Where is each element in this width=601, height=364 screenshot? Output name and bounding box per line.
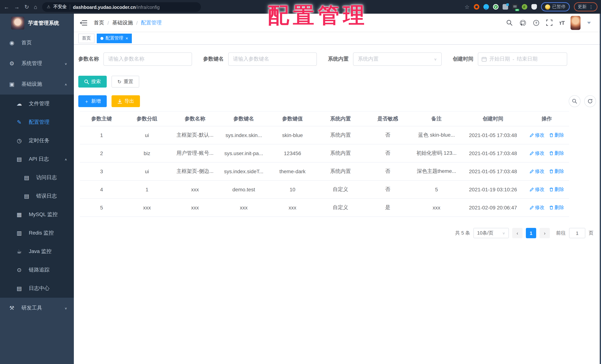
sidebar-item-config[interactable]: ✎配置管理 [0, 113, 74, 131]
edit-link[interactable]: 修改 [529, 150, 544, 157]
goto-page-input[interactable]: 1 [569, 228, 585, 238]
edit-link[interactable]: 修改 [529, 168, 544, 175]
sidebar-item-log-center[interactable]: ▤日志中心 [0, 279, 74, 298]
github-icon[interactable] [519, 19, 527, 26]
table-cell-name: xxx [170, 181, 219, 199]
table-cell-type: 自定义 [317, 199, 364, 217]
sidebar-item-label: 日志中心 [29, 285, 50, 292]
param-name-input[interactable]: 请输入参数名称 [103, 52, 192, 66]
back-icon[interactable]: ← [4, 4, 9, 10]
prev-page-button[interactable]: ‹ [512, 228, 522, 238]
fullscreen-icon[interactable] [546, 19, 553, 26]
forward-icon[interactable]: → [14, 4, 20, 10]
divider [70, 4, 70, 10]
breadcrumb-infra[interactable]: 基础设施 [112, 19, 133, 26]
avatar[interactable] [570, 16, 580, 30]
paused-extension-button[interactable]: 已暂停 [541, 2, 570, 11]
close-icon[interactable]: × [126, 36, 128, 40]
log-icon: ▤ [15, 285, 24, 292]
help-icon[interactable]: ? [532, 19, 540, 26]
date-range-input[interactable]: 开始日期 - 结束日期 [478, 52, 567, 66]
sidebar-item-job[interactable]: ◷定时任务 [0, 131, 74, 150]
breadcrumb-separator: / [108, 20, 109, 26]
hamburger-icon[interactable] [80, 20, 87, 26]
table-cell-actions: 修改删除 [524, 144, 569, 162]
tab-home[interactable]: 首页 [78, 33, 95, 43]
sidebar-item-file[interactable]: ☁文件管理 [0, 95, 74, 113]
extension-terminal-icon[interactable]: on [512, 4, 518, 10]
sidebar-item-dev-tools[interactable]: ⚒研发工具∨ [0, 298, 74, 318]
chevron-down-icon[interactable] [587, 22, 591, 24]
delete-link[interactable]: 删除 [549, 204, 564, 211]
table-cell-created: 2021-01-19 03:10:26 [461, 181, 524, 199]
calendar-icon [481, 57, 487, 62]
search-icon[interactable] [506, 19, 513, 26]
edit-link[interactable]: 修改 [529, 204, 544, 211]
breadcrumb-home[interactable]: 首页 [94, 19, 104, 26]
extension-leaf-icon[interactable] [521, 4, 527, 10]
sidebar-item-trace[interactable]: ⊙链路追踪 [0, 261, 74, 279]
goto-label: 前往 [556, 230, 566, 236]
extension-cube-icon[interactable] [502, 4, 508, 10]
system-type-select[interactable]: 系统内置 ∨ [353, 52, 442, 66]
log-icon: ▤ [22, 174, 31, 181]
extension-donut-icon[interactable] [474, 4, 479, 10]
delete-link[interactable]: 删除 [549, 132, 564, 139]
scrollbar[interactable] [600, 14, 601, 364]
edit-link[interactable]: 修改 [529, 132, 544, 139]
extension-puzzle-icon[interactable] [531, 4, 537, 10]
table-cell-sensitive: 否 [364, 126, 411, 144]
edit-link[interactable]: 修改 [529, 186, 544, 193]
sidebar-item-access-log[interactable]: ▤访问日志 [0, 168, 74, 187]
chevron-down-icon: ∨ [502, 231, 505, 235]
delete-link[interactable]: 删除 [549, 168, 564, 175]
table-cell-actions: 修改删除 [524, 181, 569, 199]
current-page-button[interactable]: 1 [526, 228, 536, 238]
extension-pin-icon[interactable] [483, 4, 489, 10]
export-button[interactable]: 导出 [111, 95, 140, 107]
browser-update-menu-button[interactable]: 更新 ⋮ [574, 2, 597, 11]
delete-link[interactable]: 删除 [549, 150, 564, 157]
bookmark-star-icon[interactable]: ☆ [465, 3, 470, 10]
font-size-icon[interactable]: ᴛT [559, 20, 564, 26]
eye-icon: ⊙ [15, 267, 24, 273]
table-cell-value: skin-blue [268, 126, 317, 144]
extension-v-icon[interactable]: V [493, 4, 498, 10]
reset-button[interactable]: ↻ 重置 [111, 76, 139, 88]
tab-config[interactable]: 配置管理 × [97, 33, 132, 43]
page-size-select[interactable]: 10条/页 ∨ [473, 228, 509, 238]
sidebar-logo[interactable]: 芋道管理系统 [0, 14, 74, 32]
sidebar-item-java[interactable]: ☕Java 监控 [0, 242, 74, 261]
edit-icon [529, 133, 534, 137]
refresh-button[interactable] [584, 95, 596, 107]
sidebar-item-label: API 日志 [29, 156, 49, 162]
param-key-input[interactable]: 请输入参数键名 [228, 52, 317, 66]
table-cell-key: sys.user.init-pa... [219, 144, 268, 162]
sidebar-item-home[interactable]: ◉首页 [0, 32, 74, 53]
sidebar-item-system[interactable]: ⚙系统管理∨ [0, 53, 74, 74]
add-button[interactable]: ＋ 新增 [78, 95, 107, 107]
search-icon [84, 79, 89, 84]
sidebar-item-mysql[interactable]: ▦MySQL 监控 [0, 205, 74, 224]
url-path: /infra/config [136, 5, 160, 10]
next-page-button[interactable]: › [540, 228, 550, 238]
toggle-search-button[interactable] [569, 95, 580, 107]
address-bar[interactable]: ⚠ 不安全 dashboard.yudao.iocoder.cn/infra/c… [42, 2, 201, 12]
column-header: 参数名称 [170, 111, 219, 126]
sidebar-item-api-log[interactable]: ▤API 日志∧ [0, 150, 74, 168]
reload-icon[interactable]: ↻ [24, 4, 29, 10]
search-button[interactable]: 搜索 [78, 76, 107, 88]
sidebar-item-redis[interactable]: ▥Redis 监控 [0, 224, 74, 242]
sidebar-item-label: 首页 [21, 40, 32, 46]
sidebar-item-infra[interactable]: ▣基础设施∧ [0, 74, 74, 95]
table-cell-actions: 修改删除 [524, 199, 569, 217]
sidebar-item-error-log[interactable]: ▤错误日志 [0, 187, 74, 205]
delete-link[interactable]: 删除 [549, 186, 564, 193]
home-icon[interactable]: ⌂ [34, 4, 37, 10]
table-cell-sensitive: 是 [364, 199, 411, 217]
chevron-up-icon: ∧ [64, 158, 67, 161]
download-icon [117, 99, 122, 104]
table-row: 2biz用户管理-账号...sys.user.init-pa...123456系… [80, 144, 569, 162]
table-cell-id: 3 [80, 162, 123, 181]
column-header: 是否敏感 [364, 111, 411, 126]
